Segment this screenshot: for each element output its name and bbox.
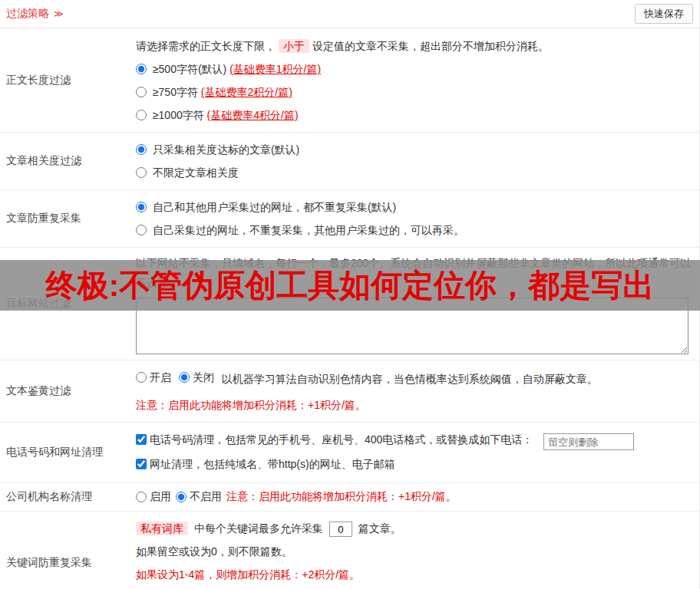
radio-option-company-disable[interactable]: 不启用 bbox=[176, 490, 222, 504]
row-label-keyword: 关键词防重复采集 bbox=[0, 512, 136, 589]
row-relevance-filter: 文章相关度过滤 只采集相关度达标的文章(默认) 不限定文章相关度 bbox=[0, 133, 699, 190]
checkbox-option-phone-cleanup[interactable]: 电话号码清理，包括常见的手机号、座机号、400电话格式，或替换成如下电话： bbox=[136, 428, 533, 451]
keyword-limit-count-input[interactable] bbox=[329, 522, 352, 537]
row-company-name-cleanup: 公司机构名称清理 启用 不启用 注意：启用此功能将增加积分消耗：+1积分/篇。 bbox=[0, 483, 699, 512]
radio-option-porn-off[interactable]: 关闭 bbox=[179, 366, 214, 389]
keyword-note-zero: 如果留空或设为0，则不限篇数。 bbox=[136, 540, 693, 563]
row-content-porn-filter: 开启 关闭 以机器学习算法自动识别色情内容，当色情概率达到系统阈值，自动屏蔽文章… bbox=[136, 360, 699, 422]
row-content-dedupe: 自己和其他用户采集过的网址，都不重复采集(默认) 自己采集过的网址，不重复采集，… bbox=[136, 190, 699, 247]
radio-dedupe-all-users-label: 自己和其他用户采集过的网址，都不重复采集(默认) bbox=[153, 201, 396, 213]
blocked-domains-textarea[interactable] bbox=[136, 298, 688, 354]
row-label-porn-filter: 文本鉴黄过滤 bbox=[0, 360, 136, 422]
keyword-limit-text: 中每个关键词最多允许采集 bbox=[194, 522, 323, 535]
page-title[interactable]: 过滤策略 ≫ bbox=[6, 7, 63, 21]
radio-500-chars-input[interactable] bbox=[136, 64, 147, 74]
radio-1000-chars-rate-note: (基础费率4积分/篇) bbox=[207, 109, 299, 121]
row-content-relevance: 只采集相关度达标的文章(默认) 不限定文章相关度 bbox=[136, 133, 699, 189]
private-lexicon-highlight: 私有词库 bbox=[136, 522, 188, 535]
radio-option-750-chars[interactable]: ≥750字符 (基础费率2积分/篇) bbox=[136, 81, 693, 104]
checkbox-phone-cleanup-input[interactable] bbox=[136, 434, 147, 445]
radio-500-chars-label: ≥500字符(默认) bbox=[153, 63, 226, 75]
radio-relevance-default-label: 只采集相关度达标的文章(默认) bbox=[153, 143, 299, 156]
row-label-company: 公司机构名称清理 bbox=[0, 483, 136, 511]
row-dedupe-collection: 文章防重复采集 自己和其他用户采集过的网址，都不重复采集(默认) 自己采集过的网… bbox=[0, 190, 699, 248]
porn-filter-description: 以机器学习算法自动识别色情内容，当色情概率达到系统阈值，自动屏蔽文章。 bbox=[222, 373, 598, 385]
phone-cleanup-line: 电话号码清理，包括常见的手机号、座机号、400电话格式，或替换成如下电话： bbox=[136, 428, 693, 452]
row-content-company: 启用 不启用 注意：启用此功能将增加积分消耗：+1积分/篇。 bbox=[136, 483, 699, 511]
radio-dedupe-self-only-input[interactable] bbox=[136, 225, 147, 235]
radio-dedupe-self-only-label: 自己采集过的网址，不重复采集，其他用户采集过的，可以再采。 bbox=[153, 224, 464, 236]
porn-filter-options-line: 开启 关闭 以机器学习算法自动识别色情内容，当色情概率达到系统阈值，自动屏蔽文章… bbox=[136, 366, 693, 390]
keyword-limit-text-end: 篇文章。 bbox=[358, 522, 401, 535]
keyword-limit-line: 私有词库 中每个关键词最多允许采集 篇文章。 bbox=[136, 517, 693, 540]
checkbox-phone-cleanup-label: 电话号码清理，包括常见的手机号、座机号、400电话格式，或替换成如下电话： bbox=[150, 428, 533, 451]
radio-option-dedupe-self-only[interactable]: 自己采集过的网址，不重复采集，其他用户采集过的，可以再采。 bbox=[136, 219, 693, 242]
radio-option-500-chars[interactable]: ≥500字符(默认) (基础费率1积分/篇) bbox=[136, 58, 693, 81]
radio-company-disable-label: 不启用 bbox=[190, 490, 222, 504]
radio-option-relevance-any[interactable]: 不限定文章相关度 bbox=[136, 161, 693, 184]
radio-750-chars-label: ≥750字符 bbox=[153, 86, 198, 98]
radio-porn-on-input[interactable] bbox=[136, 372, 147, 383]
radio-500-chars-rate-note: (基础费率1积分/篇) bbox=[229, 63, 321, 75]
radio-relevance-any-label: 不限定文章相关度 bbox=[153, 166, 239, 179]
checkbox-url-cleanup-input[interactable] bbox=[136, 459, 147, 469]
row-label-relevance: 文章相关度过滤 bbox=[0, 133, 136, 189]
radio-dedupe-all-users-input[interactable] bbox=[136, 202, 147, 212]
length-intro-line: 请选择需求的正文长度下限，小于设定值的文章不采集，超出部分不增加积分消耗。 bbox=[136, 36, 693, 56]
replacement-phone-input[interactable] bbox=[543, 433, 634, 450]
radio-porn-off-label: 关闭 bbox=[193, 366, 214, 389]
radio-750-chars-input[interactable] bbox=[136, 87, 147, 97]
radio-option-1000-chars[interactable]: ≥1000字符 (基础费率4积分/篇) bbox=[136, 104, 693, 127]
radio-relevance-default-input[interactable] bbox=[136, 144, 147, 155]
row-label-dedupe: 文章防重复采集 bbox=[0, 190, 136, 247]
radio-750-chars-rate-note: (基础费率2积分/篇) bbox=[201, 86, 292, 98]
checkbox-url-cleanup-label: 网址清理，包括纯域名、带http(s)的网址、电子邮箱 bbox=[150, 452, 395, 475]
radio-porn-off-input[interactable] bbox=[179, 372, 190, 383]
row-content-phone-url: 电话号码清理，包括常见的手机号、座机号、400电话格式，或替换成如下电话： 网址… bbox=[136, 423, 699, 482]
row-label-body-length: 正文长度过滤 bbox=[0, 28, 136, 132]
radio-1000-chars-label: ≥1000字符 bbox=[153, 109, 204, 121]
radio-company-disable-input[interactable] bbox=[176, 492, 187, 502]
row-content-target-site: 以下网站不采集，只填域名，每行一个，最多200个。系统会自动识别并屏蔽那些非文章… bbox=[136, 248, 699, 360]
radio-option-porn-on[interactable]: 开启 bbox=[136, 366, 171, 389]
radio-option-company-enable[interactable]: 启用 bbox=[136, 490, 171, 504]
row-target-site-filter: 目标网站过滤 以下网站不采集，只填域名，每行一个，最多200个。系统会自动识别并… bbox=[0, 248, 699, 360]
row-label-target-site: 目标网站过滤 bbox=[0, 248, 136, 360]
row-body-length-filter: 正文长度过滤 请选择需求的正文长度下限，小于设定值的文章不采集，超出部分不增加积… bbox=[0, 28, 699, 133]
row-porn-filter: 文本鉴黄过滤 开启 关闭 以机器学习算法自动识别色情内容，当色情概率达到系统阈值… bbox=[0, 360, 699, 423]
radio-1000-chars-input[interactable] bbox=[136, 110, 147, 120]
radio-company-enable-input[interactable] bbox=[136, 492, 147, 502]
radio-relevance-any-input[interactable] bbox=[136, 167, 147, 178]
target-site-intro: 以下网站不采集，只填域名，每行一个，最多200个。系统会自动识别并屏蔽那些非文章… bbox=[136, 253, 693, 293]
keyword-note-cost: 如果设为1-4篇，则增加积分消耗：+2积分/篇。 bbox=[136, 563, 693, 586]
radio-option-dedupe-all-users[interactable]: 自己和其他用户采集过的网址，都不重复采集(默认) bbox=[136, 196, 693, 219]
url-cleanup-line: 网址清理，包括纯域名、带http(s)的网址、电子邮箱 bbox=[136, 452, 693, 477]
chevron-down-icon: ≫ bbox=[54, 8, 64, 19]
row-content-keyword: 私有词库 中每个关键词最多允许采集 篇文章。 如果留空或设为0，则不限篇数。 如… bbox=[136, 512, 699, 589]
radio-option-relevance-default[interactable]: 只采集相关度达标的文章(默认) bbox=[136, 138, 693, 161]
length-intro-text-2: 设定值的文章不采集，超出部分不增加积分消耗。 bbox=[312, 40, 549, 52]
row-keyword-dedupe: 关键词防重复采集 私有词库 中每个关键词最多允许采集 篇文章。 如果留空或设为0… bbox=[0, 512, 699, 589]
company-cost-note: 注意：启用此功能将增加积分消耗：+1积分/篇。 bbox=[226, 490, 457, 504]
quick-save-button[interactable]: 快速保存 bbox=[635, 4, 693, 24]
radio-company-enable-label: 启用 bbox=[150, 490, 171, 504]
porn-filter-cost-note: 注意：启用此功能将增加积分消耗：+1积分/篇。 bbox=[136, 393, 693, 416]
header-bar: 过滤策略 ≫ 快速保存 bbox=[0, 0, 699, 28]
keyword-note-five-line: 如果设为5篇或以上，也不会额外增加积分消耗。 注意事项≫ bbox=[136, 586, 693, 589]
checkbox-option-url-cleanup[interactable]: 网址清理，包括纯域名、带http(s)的网址、电子邮箱 bbox=[136, 452, 395, 475]
less-than-highlight: 小于 bbox=[279, 39, 309, 53]
length-intro-text-1: 请选择需求的正文长度下限， bbox=[136, 40, 276, 52]
row-content-body-length: 请选择需求的正文长度下限，小于设定值的文章不采集，超出部分不增加积分消耗。 ≥5… bbox=[136, 28, 699, 132]
page-title-text: 过滤策略 bbox=[6, 7, 49, 19]
row-label-phone-url: 电话号码和网址清理 bbox=[0, 423, 136, 482]
row-phone-url-cleanup: 电话号码和网址清理 电话号码清理，包括常见的手机号、座机号、400电话格式，或替… bbox=[0, 423, 699, 483]
filter-strategy-page: 过滤策略 ≫ 快速保存 正文长度过滤 请选择需求的正文长度下限，小于设定值的文章… bbox=[0, 0, 700, 589]
radio-porn-on-label: 开启 bbox=[150, 366, 171, 389]
